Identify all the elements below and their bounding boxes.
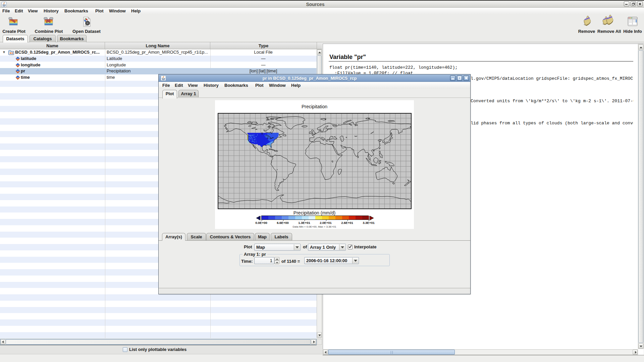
svg-text:NC: NC bbox=[85, 24, 87, 26]
